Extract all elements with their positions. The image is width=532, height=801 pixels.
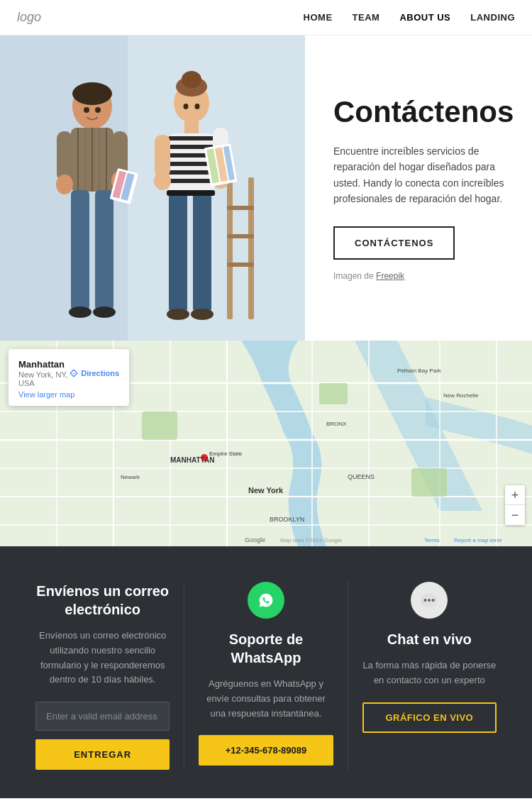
svg-text:MANHATTAN: MANHATTAN — [170, 456, 214, 464]
svg-point-91 — [428, 599, 431, 602]
svg-text:Newark: Newark — [121, 474, 140, 480]
svg-point-9 — [72, 82, 112, 105]
svg-point-29 — [182, 71, 201, 88]
svg-point-90 — [424, 599, 427, 602]
svg-rect-38 — [155, 135, 170, 177]
svg-rect-44 — [167, 190, 215, 196]
svg-rect-37 — [169, 179, 214, 183]
svg-rect-30 — [184, 121, 199, 135]
svg-rect-42 — [169, 192, 187, 313]
svg-rect-3 — [227, 177, 233, 319]
svg-text:BRONX: BRONX — [326, 421, 347, 427]
zoom-in-button[interactable]: + — [505, 485, 525, 505]
email-title: Envíenos un correo electrónico — [35, 582, 170, 619]
svg-point-45 — [167, 309, 189, 320]
svg-point-51 — [84, 107, 89, 113]
svg-point-54 — [195, 104, 200, 109]
footer: Sample text. Click to select the Text El… — [0, 798, 532, 801]
chat-title: Chat en vivo — [387, 630, 472, 648]
hero-content: Contáctenos Encuentre increíbles servici… — [305, 35, 532, 341]
map-zoom-controls: + − — [505, 485, 525, 525]
navbar: logo HOME TEAM ABOUT US LANDING — [0, 0, 532, 35]
svg-rect-36 — [169, 170, 214, 175]
logo: logo — [17, 10, 41, 25]
chat-description: La forma más rápida de ponerse en contac… — [362, 658, 497, 688]
whatsapp-icon — [248, 582, 284, 619]
submit-button[interactable]: ENTREGAR — [35, 739, 170, 770]
svg-text:Map data ©2024 Google: Map data ©2024 Google — [280, 537, 343, 543]
svg-rect-2 — [128, 35, 305, 341]
chat-live-button[interactable]: GRÁFICO EN VIVO — [362, 702, 497, 733]
svg-rect-72 — [411, 468, 447, 497]
hero-image — [0, 35, 305, 341]
svg-text:Terms: Terms — [424, 537, 440, 543]
map-card-subtitle: New York, NY, USA — [18, 370, 69, 387]
svg-rect-70 — [142, 411, 177, 440]
hero-description: Encuentre increíbles servicios de repara… — [333, 143, 514, 207]
email-column: Envíenos un correo electrónico Envíenos … — [21, 582, 184, 770]
directions-icon — [69, 368, 79, 378]
map-info-card: Manhattan New York, NY, USA Directions V… — [9, 349, 129, 406]
contact-section: Envíenos un correo electrónico Envíenos … — [0, 546, 532, 798]
svg-rect-21 — [95, 190, 113, 311]
svg-rect-4 — [248, 177, 254, 319]
nav-home[interactable]: HOME — [304, 12, 333, 23]
map-card-header: Manhattan New York, NY, USA Directions — [18, 359, 119, 387]
contact-button[interactable]: CONTÁCTENOS — [333, 226, 455, 260]
map-card-title: Manhattan — [18, 359, 69, 370]
nav-team[interactable]: TEAM — [353, 12, 380, 23]
svg-point-18 — [56, 175, 73, 194]
svg-point-23 — [93, 306, 116, 318]
svg-text:QUEENS: QUEENS — [348, 473, 375, 480]
svg-point-53 — [184, 104, 189, 109]
map-background: MANHATTAN New York QUEENS BROOKLYN Newar… — [0, 341, 532, 546]
svg-rect-43 — [193, 192, 211, 313]
whatsapp-column: Soporte de WhatsApp Agréguenos en WhatsA… — [184, 582, 348, 770]
svg-point-52 — [95, 107, 101, 113]
svg-text:New York: New York — [248, 486, 284, 495]
svg-rect-5 — [227, 206, 254, 210]
svg-point-40 — [154, 172, 171, 190]
email-input[interactable] — [35, 702, 170, 731]
svg-point-92 — [432, 599, 435, 602]
nav-about[interactable]: ABOUT US — [399, 12, 450, 23]
freepik-link[interactable]: Freepik — [376, 271, 404, 281]
svg-text:Pelham Bay Park: Pelham Bay Park — [397, 368, 442, 374]
nav-landing[interactable]: LANDING — [470, 12, 515, 23]
hero-caption: Imagen de Freepik — [333, 271, 514, 281]
svg-rect-16 — [57, 131, 72, 181]
zoom-out-button[interactable]: − — [505, 505, 525, 525]
svg-text:New Rochelle: New Rochelle — [443, 392, 479, 399]
svg-text:Empire State: Empire State — [209, 451, 243, 457]
svg-text:BROOKLYN: BROOKLYN — [270, 516, 304, 523]
svg-rect-7 — [227, 263, 254, 267]
chat-icon — [411, 582, 448, 619]
svg-text:Google: Google — [245, 536, 265, 543]
svg-point-82 — [201, 454, 208, 461]
chat-column: Chat en vivo La forma más rápida de pone… — [348, 582, 511, 770]
view-larger-map-link[interactable]: View larger map — [18, 390, 119, 399]
svg-point-46 — [191, 309, 214, 320]
hero-title: Contáctenos — [333, 95, 514, 129]
svg-rect-32 — [169, 136, 214, 140]
whatsapp-description: Agréguenos en WhatsApp y envíe consultas… — [199, 677, 333, 721]
svg-text:Report a map error: Report a map error — [454, 537, 502, 543]
svg-rect-6 — [227, 234, 254, 238]
svg-rect-20 — [71, 190, 89, 311]
hero-image-bg — [0, 35, 305, 341]
whatsapp-phone-button[interactable]: +12-345-678-89089 — [199, 735, 333, 766]
whatsapp-title: Soporte de WhatsApp — [199, 630, 333, 667]
directions-button[interactable]: Directions — [69, 368, 119, 378]
hero-section: Contáctenos Encuentre increíbles servici… — [0, 35, 532, 341]
email-description: Envíenos un correo electrónico utilizand… — [35, 629, 170, 687]
svg-point-22 — [69, 306, 92, 318]
map-card-info: Manhattan New York, NY, USA — [18, 359, 69, 387]
map-section: MANHATTAN New York QUEENS BROOKLYN Newar… — [0, 341, 532, 546]
svg-rect-71 — [319, 383, 348, 404]
nav-links: HOME TEAM ABOUT US LANDING — [304, 12, 515, 23]
